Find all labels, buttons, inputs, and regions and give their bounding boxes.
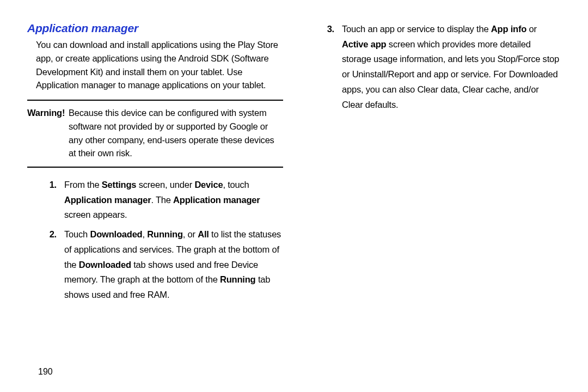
bold-text: Device: [194, 180, 223, 189]
text: Touch: [64, 229, 90, 239]
section-heading: Application manager: [27, 22, 283, 35]
text: screen which provides more detailed stor…: [342, 39, 559, 109]
bold-text: Application manager: [173, 195, 260, 205]
step-body: Touch Downloaded, Running, or All to lis…: [64, 227, 283, 303]
step-body: Touch an app or service to display the A…: [342, 22, 561, 112]
text: Touch an app or service to display the: [342, 24, 491, 34]
left-column: Application manager You can download and…: [27, 22, 283, 307]
text: , touch: [223, 180, 249, 189]
warning-row: Warning! Because this device can be conf…: [27, 106, 283, 160]
bold-text: Running: [220, 274, 256, 284]
step-body: From the Settings screen, under Device, …: [64, 177, 283, 223]
right-column: 3. Touch an app or service to display th…: [305, 22, 561, 307]
step-number: 3.: [305, 22, 342, 112]
text: screen appears.: [64, 210, 127, 219]
text: . The: [151, 195, 173, 205]
bold-text: Active app: [342, 39, 386, 49]
page-number: 190: [38, 367, 53, 377]
text: , or: [183, 229, 198, 239]
text: screen, under: [136, 180, 194, 189]
steps-list-left: 1. From the Settings screen, under Devic…: [27, 177, 283, 303]
text: ,: [143, 229, 148, 239]
step-number: 2.: [27, 227, 64, 303]
bold-text: Application manager: [64, 195, 151, 205]
warning-label: Warning!: [27, 106, 69, 160]
bold-text: Running: [147, 229, 183, 239]
step-number: 1.: [27, 177, 64, 223]
step-2: 2. Touch Downloaded, Running, or All to …: [27, 227, 283, 303]
bold-text: Downloaded: [79, 260, 131, 270]
bold-text: All: [198, 229, 209, 239]
warning-block: Warning! Because this device can be conf…: [27, 100, 283, 168]
two-column-layout: Application manager You can download and…: [27, 22, 561, 307]
intro-paragraph: You can download and install application…: [36, 38, 283, 92]
text: or: [526, 24, 537, 34]
warning-text: Because this device can be configured wi…: [69, 106, 283, 160]
step-1: 1. From the Settings screen, under Devic…: [27, 177, 283, 223]
steps-list-right: 3. Touch an app or service to display th…: [305, 22, 561, 112]
manual-page: Application manager You can download and…: [0, 0, 588, 392]
bold-text: Settings: [102, 180, 137, 189]
bold-text: App info: [491, 24, 526, 34]
text: From the: [64, 180, 102, 189]
step-3: 3. Touch an app or service to display th…: [305, 22, 561, 112]
bold-text: Downloaded: [90, 229, 142, 239]
